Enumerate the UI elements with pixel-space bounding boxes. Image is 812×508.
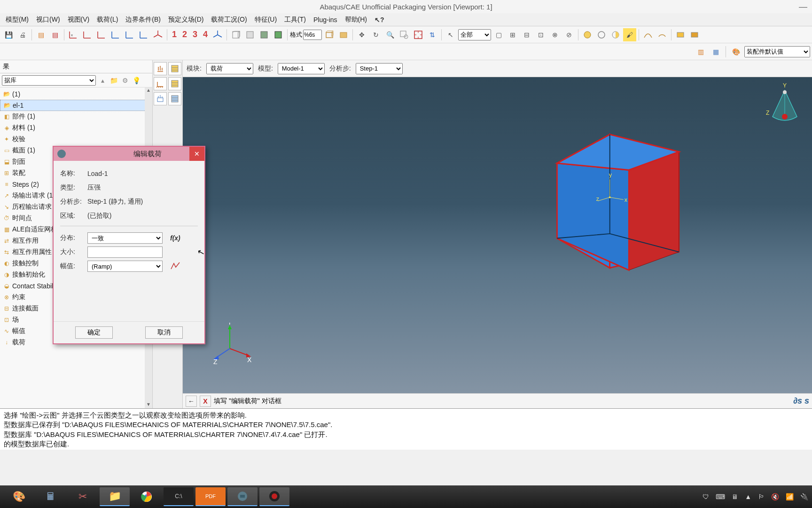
- taskbar-pdf-icon[interactable]: PDF: [195, 487, 226, 506]
- layers-icon[interactable]: ▥: [694, 45, 707, 58]
- print-icon[interactable]: 🖨: [16, 28, 29, 41]
- wireframe-icon[interactable]: [229, 28, 242, 41]
- dg-add-icon[interactable]: ⊞: [506, 28, 519, 41]
- menu-load[interactable]: 载荷(L): [93, 16, 122, 24]
- menu-bc[interactable]: 边界条件(B): [122, 16, 164, 24]
- view-compass[interactable]: Y Z: [766, 83, 804, 135]
- menu-plugins[interactable]: Plug-ins: [310, 16, 341, 24]
- view-1-button[interactable]: 1: [170, 30, 179, 40]
- csys-xy2-icon[interactable]: [109, 28, 122, 41]
- viewport[interactable]: y x z Y X Z Y Z: [183, 77, 812, 393]
- dialog-title-bar[interactable]: 编辑载荷 ✕: [54, 147, 204, 161]
- prompt-cancel-icon[interactable]: X: [200, 396, 211, 407]
- zoom-box-icon[interactable]: [398, 28, 411, 41]
- dg-intersect-icon[interactable]: ⊗: [548, 28, 562, 41]
- stack-red-icon[interactable]: ▤: [48, 28, 62, 41]
- taskbar-record-icon[interactable]: [259, 487, 289, 506]
- vt-bc-icon[interactable]: [154, 77, 167, 90]
- select-icon[interactable]: ↖: [444, 28, 457, 41]
- tray-battery-icon[interactable]: 🔌: [800, 493, 808, 500]
- csys-xz2-icon[interactable]: [123, 28, 136, 41]
- curve-icon[interactable]: [641, 28, 655, 41]
- vt-manager-icon[interactable]: [168, 62, 181, 75]
- step-select[interactable]: Step-1: [356, 63, 403, 74]
- circle-yellow-icon[interactable]: [581, 28, 594, 41]
- view-4-button[interactable]: 4: [201, 30, 210, 40]
- csys-xy-icon[interactable]: x: [67, 28, 80, 41]
- circle-outline-icon[interactable]: [595, 28, 608, 41]
- box-icon[interactable]: [323, 28, 336, 41]
- system-tray[interactable]: 🛡 ⌨ 🖥 ▲ 🏳 🔇 📶 🔌: [703, 493, 808, 500]
- distribution-select[interactable]: 一致: [87, 232, 163, 244]
- tray-flag-icon[interactable]: 🏳: [758, 493, 765, 500]
- dg-remove-icon[interactable]: ⊟: [520, 28, 533, 41]
- minimize-icon[interactable]: —: [799, 2, 807, 12]
- rect-b-icon[interactable]: [688, 28, 701, 41]
- menu-view[interactable]: 视图(V): [64, 16, 94, 24]
- save-icon[interactable]: 💾: [2, 28, 15, 41]
- menu-help[interactable]: 帮助(H): [341, 16, 371, 24]
- color-combo[interactable]: 装配件默认值: [744, 46, 810, 57]
- amplitude-select[interactable]: (Ramp): [87, 261, 163, 272]
- amplitude-plot-icon[interactable]: [170, 262, 181, 271]
- csys-3d-blue-icon[interactable]: [211, 28, 224, 41]
- csys-yz-icon[interactable]: [95, 28, 108, 41]
- prompt-back-icon[interactable]: ←: [186, 396, 197, 407]
- zoom-icon[interactable]: 🔍: [383, 28, 397, 41]
- menu-predefined[interactable]: 预定义场(D): [164, 16, 207, 24]
- database-select[interactable]: 据库: [2, 75, 96, 86]
- fit-icon[interactable]: [412, 28, 425, 41]
- pan-icon[interactable]: ✥: [355, 28, 368, 41]
- palette-icon[interactable]: 🎨: [729, 45, 742, 58]
- vt-predef-icon[interactable]: [154, 92, 167, 105]
- cancel-button[interactable]: 取消: [145, 326, 183, 339]
- shaded-edge-icon[interactable]: [272, 28, 285, 41]
- rect-a-icon[interactable]: [674, 28, 687, 41]
- arc-icon[interactable]: [656, 28, 669, 41]
- dg-replace-icon[interactable]: ⊡: [534, 28, 547, 41]
- folder-icon[interactable]: 📁: [109, 76, 118, 85]
- tray-shield-icon[interactable]: 🛡: [703, 493, 709, 500]
- dg-either-icon[interactable]: ⊘: [562, 28, 576, 41]
- tree-filter-icon[interactable]: ⚙: [120, 76, 130, 85]
- tree-up-icon[interactable]: ▴: [98, 76, 107, 85]
- resize-icon[interactable]: ⇅: [426, 28, 439, 41]
- menu-viewport[interactable]: 视口(W): [32, 16, 64, 24]
- brush-icon[interactable]: 🖌: [623, 28, 636, 41]
- display-group-icon[interactable]: ▢: [492, 28, 505, 41]
- module-select[interactable]: 载荷: [206, 63, 253, 74]
- whats-this-icon[interactable]: ↖?: [375, 16, 384, 24]
- taskbar-paint-icon[interactable]: 🎨: [4, 487, 34, 506]
- tray-keyboard-icon[interactable]: ⌨: [716, 493, 725, 500]
- shaded-icon[interactable]: [258, 28, 271, 41]
- view-select[interactable]: 全部: [458, 29, 491, 40]
- hidden-icon[interactable]: [243, 28, 257, 41]
- taskbar-calc-icon[interactable]: 🖩: [36, 487, 66, 506]
- tray-monitor-icon[interactable]: 🖥: [732, 493, 738, 500]
- tray-network-icon[interactable]: 📶: [786, 493, 794, 500]
- stack-orange-icon[interactable]: ▤: [34, 28, 47, 41]
- tree-tab[interactable]: 果: [0, 60, 152, 73]
- menu-feature[interactable]: 特征(U): [251, 16, 281, 24]
- taskbar-chrome-icon[interactable]: [132, 487, 162, 506]
- taskbar-cmd-icon[interactable]: C:\: [164, 487, 194, 506]
- tray-up-icon[interactable]: ▲: [745, 493, 751, 500]
- view-3-button[interactable]: 3: [190, 30, 200, 40]
- rotate-icon[interactable]: ↻: [369, 28, 383, 41]
- table-icon[interactable]: ▦: [709, 45, 722, 58]
- vt-predef-manager-icon[interactable]: [168, 92, 181, 105]
- taskbar-explorer-icon[interactable]: 📁: [100, 487, 130, 506]
- box-solid-icon[interactable]: [337, 28, 350, 41]
- csys-xz-icon[interactable]: [81, 28, 94, 41]
- magnitude-input[interactable]: [87, 246, 163, 258]
- ok-button[interactable]: 确定: [75, 326, 113, 339]
- menu-loadcase[interactable]: 载荷工况(O): [207, 16, 250, 24]
- taskbar-snip-icon[interactable]: ✂: [68, 487, 98, 506]
- taskbar-abaqus-icon[interactable]: [227, 487, 258, 506]
- csys-yz2-icon[interactable]: [137, 28, 150, 41]
- menu-model[interactable]: 模型(M): [2, 16, 32, 24]
- circle-half-icon[interactable]: [609, 28, 622, 41]
- vt-load-icon[interactable]: [154, 62, 167, 75]
- format-input[interactable]: [303, 30, 322, 40]
- menu-tools[interactable]: 工具(T): [281, 16, 310, 24]
